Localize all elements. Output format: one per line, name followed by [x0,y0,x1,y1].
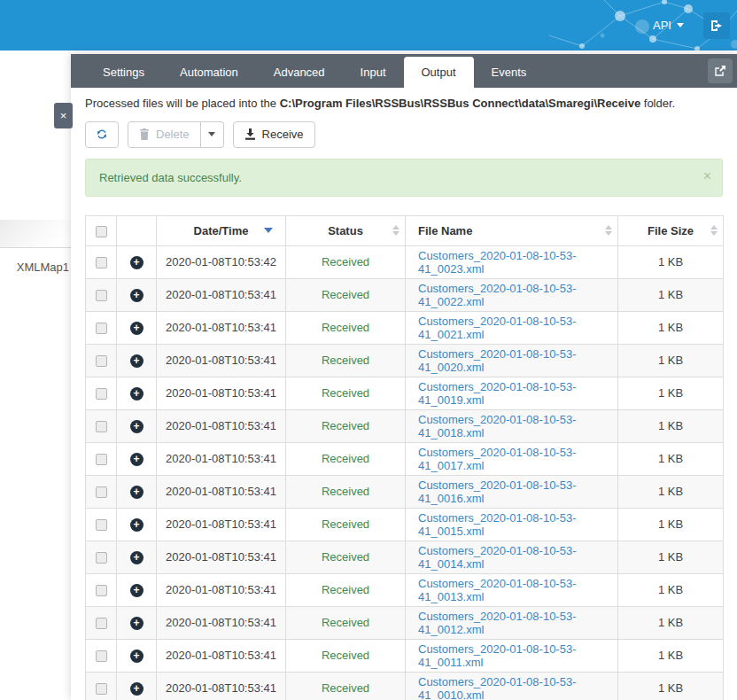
status-badge: Received [322,550,369,564]
expand-row-icon[interactable] [130,518,144,532]
row-status: Received [286,245,406,278]
row-expand-cell [117,672,157,700]
table-row: 2020-01-08T10:53:41 Received Customers_2… [86,377,724,409]
row-filename: Customers_2020-01-08-10-53-41_0015.xml [406,508,618,541]
download-icon [244,128,256,140]
expand-row-icon[interactable] [130,453,144,466]
alert-dismiss-button[interactable]: × [703,168,711,184]
row-checkbox[interactable] [96,552,107,564]
background-canvas-divider [0,247,71,248]
row-status: Received [286,475,406,508]
row-status: Received [286,442,406,475]
column-header-filesize[interactable]: File Size [618,215,724,245]
expand-row-icon[interactable] [130,617,144,630]
file-link[interactable]: Customers_2020-01-08-10-53-41_0023.xml [418,249,576,276]
trash-icon [139,128,150,140]
tab-events[interactable]: Events [474,57,545,88]
expand-row-icon[interactable] [130,387,144,401]
expand-row-icon[interactable] [130,486,144,499]
row-checkbox[interactable] [96,421,107,432]
file-link[interactable]: Customers_2020-01-08-10-53-41_0019.xml [418,380,576,407]
expand-row-icon[interactable] [130,289,144,302]
row-checkbox[interactable] [96,290,107,301]
expand-row-icon[interactable] [130,256,144,269]
status-badge: Received [322,354,369,367]
row-checkbox[interactable] [96,650,107,662]
row-checkbox[interactable] [96,323,107,334]
row-checkbox[interactable] [96,585,107,596]
column-header-datetime[interactable]: Date/Time [157,215,286,245]
expand-row-icon[interactable] [130,682,144,696]
receive-button[interactable]: Receive [233,121,315,148]
file-link[interactable]: Customers_2020-01-08-10-53-41_0012.xml [418,610,576,636]
file-link[interactable]: Customers_2020-01-08-10-53-41_0018.xml [418,413,576,439]
row-checkbox[interactable] [96,454,107,465]
row-expand-cell [117,278,157,311]
open-in-new-window-button[interactable] [708,58,733,83]
column-header-filename[interactable]: File Name [406,215,618,245]
row-checkbox[interactable] [96,388,107,400]
background-canvas-shading [0,220,71,247]
row-checkbox[interactable] [96,355,107,367]
expand-row-icon[interactable] [130,322,144,335]
row-checkbox[interactable] [96,257,107,268]
table-row: 2020-01-08T10:53:41 Received Customers_2… [86,442,724,475]
file-link[interactable]: Customers_2020-01-08-10-53-41_0016.xml [418,478,576,505]
logout-button[interactable] [703,12,730,39]
expand-row-icon[interactable] [130,551,144,564]
file-link[interactable]: Customers_2020-01-08-10-53-41_0011.xml [418,642,576,669]
column-header-datetime-label: Date/Time [194,224,249,237]
tab-output[interactable]: Output [404,57,474,88]
tab-settings[interactable]: Settings [85,57,162,88]
file-link[interactable]: Customers_2020-01-08-10-53-41_0022.xml [418,282,576,308]
row-filesize: 1 KB [618,377,724,409]
row-checkbox[interactable] [96,486,107,498]
expand-row-icon[interactable] [130,649,144,663]
row-filename: Customers_2020-01-08-10-53-41_0011.xml [406,639,618,672]
delete-button[interactable]: Delete [128,121,201,148]
row-filesize: 1 KB [618,442,724,475]
status-badge: Received [322,386,369,400]
file-link[interactable]: Customers_2020-01-08-10-53-41_0015.xml [418,511,576,538]
file-link[interactable]: Customers_2020-01-08-10-53-41_0014.xml [418,544,576,571]
tab-input[interactable]: Input [343,57,404,88]
expand-row-icon[interactable] [130,354,144,368]
refresh-button[interactable] [85,121,119,148]
output-folder-path: C:\Program Files\RSSBus\RSSBus Connect\d… [280,97,640,110]
sort-descending-icon [264,228,273,233]
row-select-cell [86,475,117,508]
file-link[interactable]: Customers_2020-01-08-10-53-41_0021.xml [418,315,576,341]
row-checkbox[interactable] [96,618,107,629]
status-badge: Received [322,649,369,662]
tab-automation[interactable]: Automation [162,57,256,88]
delete-button-label: Delete [156,128,190,141]
tab-advanced[interactable]: Advanced [256,57,343,88]
file-link[interactable]: Customers_2020-01-08-10-53-41_0017.xml [418,446,576,472]
file-link[interactable]: Customers_2020-01-08-10-53-41_0020.xml [418,347,576,374]
expand-row-icon[interactable] [130,420,144,433]
file-link[interactable]: Customers_2020-01-08-10-53-41_0013.xml [418,577,576,603]
panel-close-button[interactable]: × [54,103,73,128]
row-status: Received [286,508,406,541]
column-header-status[interactable]: Status [286,215,406,245]
file-link[interactable]: Customers_2020-01-08-10-53-41_0010.xml [418,675,576,700]
row-checkbox[interactable] [96,683,107,695]
table-row: 2020-01-08T10:53:41 Received Customers_2… [86,541,724,573]
flow-node-label: XMLMap1 [0,261,69,274]
expand-column-header [117,215,157,245]
status-badge: Received [322,681,369,695]
select-all-checkbox[interactable] [96,226,107,237]
row-filesize: 1 KB [618,606,724,639]
row-datetime: 2020-01-08T10:53:41 [157,377,286,409]
row-filesize: 1 KB [618,639,724,672]
row-filename: Customers_2020-01-08-10-53-41_0022.xml [406,278,618,311]
expand-row-icon[interactable] [130,584,144,597]
sort-toggle-icon [392,225,400,236]
row-checkbox[interactable] [96,519,107,531]
api-dropdown[interactable]: API [653,19,684,32]
description-suffix: folder. [640,97,675,110]
table-row: 2020-01-08T10:53:41 Received Customers_2… [86,508,724,541]
delete-dropdown-toggle[interactable] [201,121,224,148]
row-expand-cell [117,639,157,672]
row-filename: Customers_2020-01-08-10-53-41_0019.xml [406,377,618,409]
